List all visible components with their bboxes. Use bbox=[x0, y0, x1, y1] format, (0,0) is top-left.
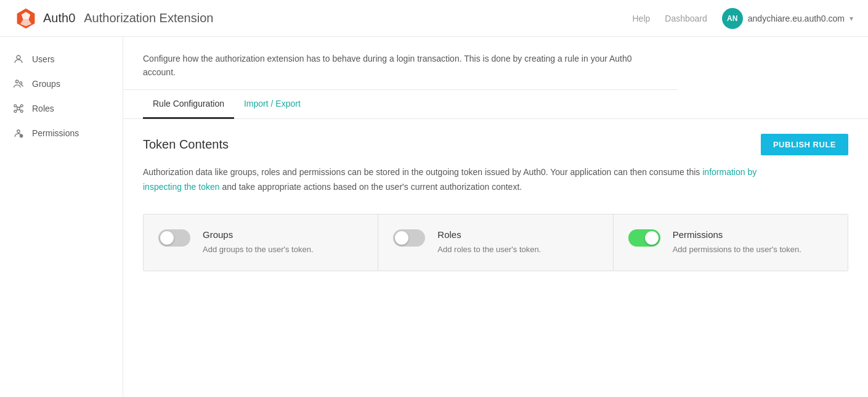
svg-line-10 bbox=[20, 107, 21, 108]
auth0-logo-icon bbox=[15, 7, 37, 30]
svg-point-7 bbox=[14, 110, 17, 113]
toggle-cards-container: Groups Add groups to the user's token. R… bbox=[143, 214, 848, 271]
svg-point-1 bbox=[17, 55, 20, 59]
sidebar-label-users: Users bbox=[32, 54, 55, 64]
header-brand: Auth0 Authorization Extension bbox=[15, 7, 213, 30]
main-content: Configure how the authorization extensio… bbox=[123, 37, 868, 397]
sidebar-item-roles[interactable]: Roles bbox=[0, 96, 123, 121]
svg-point-3 bbox=[20, 82, 22, 84]
toggle-card-groups: Groups Add groups to the user's token. bbox=[144, 215, 378, 271]
toggle-card-permissions: Permissions Add permissions to the user'… bbox=[614, 215, 848, 271]
permissions-card-title: Permissions bbox=[673, 229, 801, 240]
sidebar-item-users[interactable]: Users bbox=[0, 47, 123, 72]
brand-name: Auth0 bbox=[43, 11, 75, 25]
header-nav: Help Dashboard AN andychiare.eu.auth0.co… bbox=[632, 8, 853, 29]
tab-content: Token Contents PUBLISH RULE Authorizatio… bbox=[123, 119, 868, 286]
groups-toggle-track bbox=[158, 229, 190, 247]
groups-card-title: Groups bbox=[203, 229, 314, 240]
roles-card-content: Roles Add roles to the user's token. bbox=[437, 229, 541, 256]
intro-text: Configure how the authorization extensio… bbox=[123, 37, 678, 90]
permissions-toggle-track bbox=[628, 229, 660, 247]
user-email: andychiare.eu.auth0.com bbox=[748, 14, 845, 23]
svg-point-13 bbox=[17, 130, 20, 133]
permissions-toggle[interactable] bbox=[628, 229, 660, 247]
svg-point-8 bbox=[20, 110, 23, 113]
app-header: Auth0 Authorization Extension Help Dashb… bbox=[0, 0, 868, 37]
svg-line-12 bbox=[20, 110, 21, 111]
sidebar-label-roles: Roles bbox=[32, 104, 54, 113]
toggle-card-roles: Roles Add roles to the user's token. bbox=[378, 215, 613, 271]
token-description: Authorization data like groups, roles an… bbox=[143, 165, 759, 195]
sidebar-item-groups[interactable]: Groups bbox=[0, 72, 123, 96]
sidebar: Users Groups bbox=[0, 37, 123, 397]
svg-point-2 bbox=[16, 80, 19, 83]
groups-toggle[interactable] bbox=[158, 229, 190, 247]
permissions-toggle-thumb bbox=[645, 231, 659, 245]
roles-card-description: Add roles to the user's token. bbox=[437, 244, 541, 256]
groups-icon bbox=[12, 78, 25, 90]
user-menu[interactable]: AN andychiare.eu.auth0.com ▾ bbox=[722, 8, 853, 29]
roles-toggle-track bbox=[393, 229, 425, 247]
app-layout: Users Groups bbox=[0, 37, 868, 397]
permissions-card-description: Add permissions to the user's token. bbox=[673, 244, 801, 256]
groups-card-description: Add groups to the user's token. bbox=[203, 244, 314, 256]
avatar: AN bbox=[722, 8, 743, 29]
help-link[interactable]: Help bbox=[632, 14, 650, 23]
publish-rule-button[interactable]: PUBLISH RULE bbox=[761, 134, 848, 155]
roles-card-title: Roles bbox=[437, 229, 541, 240]
section-title: Token Contents bbox=[143, 137, 229, 152]
sidebar-label-permissions: Permissions bbox=[32, 128, 79, 138]
groups-toggle-thumb bbox=[160, 231, 174, 245]
sidebar-item-permissions[interactable]: Permissions bbox=[0, 121, 123, 145]
chevron-down-icon: ▾ bbox=[850, 14, 853, 23]
roles-toggle-thumb bbox=[395, 231, 408, 245]
svg-point-5 bbox=[14, 105, 17, 107]
sidebar-label-groups: Groups bbox=[32, 79, 60, 89]
app-title: Authorization Extension bbox=[84, 11, 213, 25]
dashboard-link[interactable]: Dashboard bbox=[665, 14, 707, 23]
permissions-card-content: Permissions Add permissions to the user'… bbox=[673, 229, 801, 256]
roles-toggle[interactable] bbox=[393, 229, 425, 247]
tab-rule-configuration[interactable]: Rule Configuration bbox=[143, 90, 234, 119]
roles-icon bbox=[12, 102, 25, 115]
svg-point-6 bbox=[20, 105, 23, 107]
tab-import-export[interactable]: Import / Export bbox=[234, 90, 310, 119]
tabs-bar: Rule Configuration Import / Export bbox=[123, 90, 868, 119]
svg-line-9 bbox=[17, 107, 18, 108]
groups-card-content: Groups Add groups to the user's token. bbox=[203, 229, 314, 256]
svg-line-11 bbox=[17, 110, 18, 111]
section-header: Token Contents PUBLISH RULE bbox=[143, 134, 848, 155]
user-icon bbox=[12, 53, 25, 65]
permissions-icon bbox=[12, 127, 25, 139]
